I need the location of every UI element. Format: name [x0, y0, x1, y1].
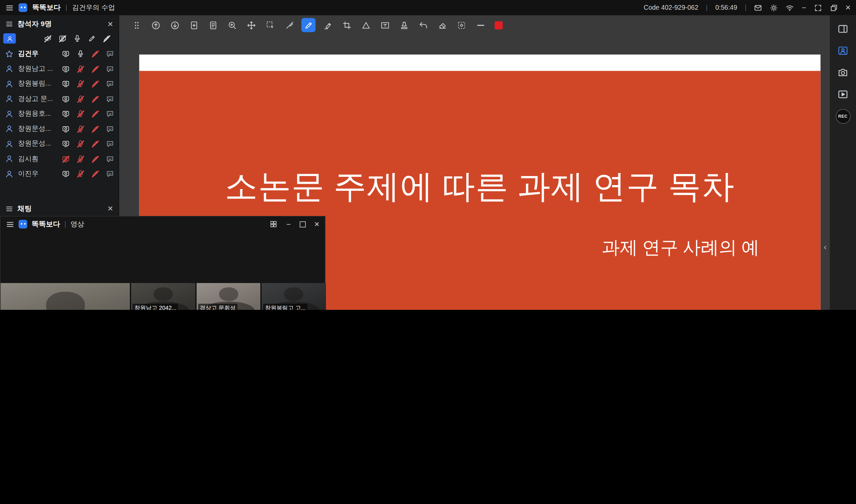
pointer-pen-icon[interactable] — [282, 18, 296, 32]
eraser-icon[interactable] — [435, 18, 449, 32]
mic-status-icon[interactable] — [73, 50, 88, 58]
mic-status-icon[interactable] — [73, 170, 88, 178]
minimize-window-icon[interactable]: − — [286, 220, 291, 228]
mic-status-icon[interactable] — [73, 125, 88, 133]
chat-icon[interactable] — [103, 155, 118, 163]
close-chat-icon[interactable]: × — [107, 204, 113, 213]
camera-off-all-icon[interactable] — [55, 34, 70, 42]
chat-icon[interactable] — [103, 65, 118, 73]
chat-icon[interactable] — [103, 50, 118, 58]
pen-tool-icon[interactable] — [302, 18, 315, 32]
camera-status-icon[interactable] — [58, 95, 73, 103]
camera-status-icon[interactable] — [58, 50, 73, 58]
pen-status-icon[interactable] — [88, 125, 103, 133]
camera-status-icon[interactable] — [58, 140, 73, 148]
pen-status-icon[interactable] — [88, 65, 103, 73]
grid-view-icon[interactable] — [270, 220, 278, 228]
select-area-icon[interactable] — [263, 18, 277, 32]
pen-status-icon[interactable] — [88, 80, 103, 88]
minimize-button[interactable]: − — [802, 4, 806, 12]
chat-icon[interactable] — [103, 95, 118, 103]
pen-status-icon[interactable] — [88, 170, 103, 178]
zoom-in-icon[interactable] — [225, 18, 239, 32]
menu-icon[interactable] — [5, 4, 13, 12]
select-erase-icon[interactable] — [454, 18, 468, 32]
participants-select-all-button[interactable] — [3, 33, 16, 43]
shape-tool-icon[interactable] — [359, 18, 373, 32]
participant-row[interactable]: 창원용호... — [0, 106, 119, 121]
highlighter-icon[interactable] — [321, 18, 335, 32]
chat-icon[interactable] — [103, 110, 118, 118]
layout-panel-icon[interactable] — [836, 22, 850, 36]
camera-status-icon[interactable] — [58, 65, 73, 73]
close-participants-icon[interactable]: × — [107, 19, 113, 29]
collapse-panel-chevron-icon[interactable]: ‹ — [824, 242, 826, 252]
video-tile[interactable]: 경상고 문휘성 — [196, 283, 260, 310]
participant-row[interactable]: 이진우 — [0, 166, 119, 181]
pen-status-icon[interactable] — [88, 110, 103, 118]
mic-all-icon[interactable] — [70, 34, 85, 42]
close-button[interactable]: × — [845, 3, 851, 12]
mic-status-icon[interactable] — [73, 80, 88, 88]
chat-icon[interactable] — [103, 140, 118, 148]
camera-status-icon[interactable] — [58, 155, 73, 163]
pen-off-all-icon[interactable] — [99, 34, 114, 42]
pen-status-icon[interactable] — [88, 155, 103, 163]
participant-row[interactable]: 김건우 — [0, 46, 119, 61]
participant-row[interactable]: 창원문성... — [0, 121, 119, 137]
video-window-titlebar[interactable]: 똑똑보다 | 영상 − × — [1, 217, 325, 232]
participant-row[interactable]: 창원남고 ... — [0, 61, 119, 76]
transform-icon[interactable] — [340, 18, 354, 32]
speaker-mute-all-icon[interactable] — [40, 34, 55, 42]
video-window[interactable]: 똑똑보다 | 영상 − × 김건우 창원남고 2042. — [0, 216, 325, 310]
wifi-icon[interactable] — [786, 4, 794, 12]
undo-icon[interactable] — [416, 18, 430, 32]
video-tile[interactable]: 창원남고 2042... — [131, 283, 195, 310]
page-up-icon[interactable] — [148, 18, 162, 32]
panel-menu-icon[interactable] — [5, 205, 13, 213]
video-play-icon[interactable] — [836, 87, 850, 101]
participant-row[interactable]: 창원문성... — [0, 137, 119, 151]
stamp-icon[interactable] — [397, 18, 411, 32]
move-tool-icon[interactable] — [244, 18, 258, 32]
mail-icon[interactable] — [754, 4, 763, 12]
camera-status-icon[interactable] — [58, 80, 73, 88]
text-box-icon[interactable] — [378, 18, 392, 32]
restore-window-icon[interactable] — [829, 4, 838, 12]
page-down-icon[interactable] — [168, 18, 182, 32]
chat-icon[interactable] — [103, 80, 118, 88]
camera-capture-icon[interactable] — [836, 66, 850, 79]
chat-icon[interactable] — [103, 170, 118, 178]
mic-status-icon[interactable] — [73, 140, 88, 148]
chat-icon[interactable] — [103, 125, 118, 133]
camera-status-icon[interactable] — [58, 170, 73, 178]
line-width-icon[interactable] — [473, 18, 487, 32]
video-tile[interactable]: 김건우 — [1, 283, 130, 310]
participant-row[interactable]: 김시훤 — [0, 151, 119, 166]
menu-icon[interactable] — [6, 220, 14, 228]
camera-status-icon[interactable] — [58, 110, 73, 118]
pages-icon[interactable] — [206, 18, 220, 32]
color-swatch[interactable] — [495, 21, 502, 29]
settings-gear-icon[interactable] — [770, 4, 778, 12]
record-button[interactable]: REC — [836, 109, 850, 124]
close-window-icon[interactable]: × — [314, 220, 319, 228]
drag-handle-icon[interactable] — [129, 18, 143, 32]
mic-status-icon[interactable] — [73, 110, 88, 118]
mic-status-icon[interactable] — [73, 95, 88, 103]
participant-video-icon[interactable] — [836, 43, 850, 58]
mic-status-icon[interactable] — [73, 155, 88, 163]
mic-status-icon[interactable] — [73, 65, 88, 73]
pen-status-icon[interactable] — [88, 140, 103, 148]
panel-menu-icon[interactable] — [5, 20, 13, 28]
pen-status-icon[interactable] — [88, 50, 103, 58]
participant-row[interactable]: 경상고 문... — [0, 91, 119, 106]
video-tile[interactable]: 창원봉림고 고... — [262, 283, 326, 310]
camera-status-icon[interactable] — [58, 125, 73, 133]
add-page-icon[interactable] — [187, 18, 201, 32]
pen-all-icon[interactable] — [85, 34, 99, 42]
participant-row[interactable]: 창원봉림... — [0, 76, 119, 92]
pen-status-icon[interactable] — [88, 95, 103, 103]
maximize-window-icon[interactable] — [299, 221, 306, 227]
fullscreen-icon[interactable] — [814, 4, 822, 12]
